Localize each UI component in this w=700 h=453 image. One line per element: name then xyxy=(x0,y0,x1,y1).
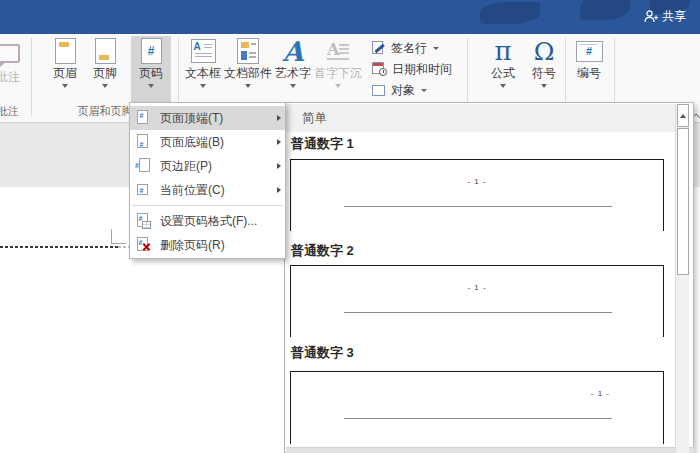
chevron-down-icon xyxy=(290,84,296,88)
menu-item-label: 当前位置(C) xyxy=(160,182,277,199)
wordart-icon: A xyxy=(283,36,304,66)
title-bar: 共享 xyxy=(0,0,700,34)
gallery-bottom-strip xyxy=(286,447,694,453)
menu-item-format-page-numbers[interactable]: # 设置页码格式(F)... xyxy=(130,209,285,233)
gallery-item-plain-number-2[interactable]: - 1 - xyxy=(290,265,664,337)
page-margins-icon: # xyxy=(135,158,151,174)
chevron-down-icon xyxy=(500,84,506,88)
page-number-doc-icon: # xyxy=(141,36,162,66)
remove-page-numbers-icon: # xyxy=(135,237,151,253)
preview-page-number: - 1 - xyxy=(591,389,610,398)
object-button[interactable]: 对象 xyxy=(372,80,427,100)
drop-cap-icon: A xyxy=(327,36,349,66)
titlebar-decoration xyxy=(580,0,630,20)
numbering-label: 编号 xyxy=(577,66,601,80)
equation-button[interactable]: π 公式 xyxy=(484,36,522,102)
drop-cap-label: 首字下沉 xyxy=(314,66,362,80)
menu-item-label: 页边距(P) xyxy=(160,158,277,175)
format-page-numbers-icon: # xyxy=(135,213,151,229)
menu-item-page-bottom[interactable]: # 页面底端(B) xyxy=(130,130,285,154)
chevron-down-icon xyxy=(148,84,154,88)
chevron-down-icon xyxy=(421,89,427,92)
date-time-icon xyxy=(372,62,387,76)
page-top-icon: # xyxy=(135,110,151,126)
preview-page-number: - 1 - xyxy=(467,177,486,186)
preview-page-number: - 1 - xyxy=(467,283,486,292)
submenu-arrow-icon xyxy=(277,163,281,169)
gallery-item-plain-number-1[interactable]: - 1 - xyxy=(290,159,664,231)
signature-line-label: 签名行 xyxy=(391,40,427,57)
group-separator xyxy=(31,38,32,117)
page-number-gallery: 简单 普通数字 1 - 1 - 普通数字 2 - 1 - 普通数字 3 - 1 … xyxy=(284,102,694,453)
share-label: 共享 xyxy=(662,8,686,25)
scrollbar-up-button[interactable] xyxy=(677,104,689,127)
footer-button[interactable]: 页脚 xyxy=(86,36,124,102)
page-number-menu: # 页面顶端(T) # 页面底端(B) # 页边距(P) # 当前位置(C) xyxy=(129,102,286,259)
word-window: 共享 批注 批注 页眉 页脚 # xyxy=(0,0,700,453)
omega-icon: Ω xyxy=(534,36,555,66)
letter-a-glyph: A xyxy=(327,40,339,59)
scrollbar-thumb[interactable] xyxy=(677,128,689,275)
symbol-button[interactable]: Ω 符号 xyxy=(525,36,563,102)
group-label-comments: 批注 xyxy=(0,104,28,119)
date-time-label: 日期和时间 xyxy=(392,61,452,78)
preview-rule-line xyxy=(344,312,612,313)
gallery-item-label: 普通数字 1 xyxy=(291,135,354,153)
equation-label: 公式 xyxy=(491,66,515,80)
signature-line-button[interactable]: 签名行 xyxy=(372,38,439,58)
menu-item-page-margins[interactable]: # 页边距(P) xyxy=(130,154,285,178)
date-time-button[interactable]: 日期和时间 xyxy=(372,59,452,79)
menu-item-remove-page-numbers[interactable]: # 删除页码(R) xyxy=(130,233,285,257)
object-label: 对象 xyxy=(391,82,415,99)
menu-item-current-position[interactable]: # 当前位置(C) xyxy=(130,178,285,202)
text-box-label: 文本框 xyxy=(185,66,221,80)
gallery-item-label: 普通数字 2 xyxy=(291,242,354,260)
page-number-button-label: 页码 xyxy=(139,66,163,80)
letter-a-glyph: A xyxy=(194,41,201,52)
comment-button-label: 批注 xyxy=(0,70,20,84)
share-button[interactable]: 共享 xyxy=(643,8,686,25)
numbering-icon: # xyxy=(576,36,603,66)
menu-separator xyxy=(132,205,283,206)
menu-item-label: 页面底端(B) xyxy=(160,134,277,151)
page-number-button[interactable]: # 页码 xyxy=(131,36,171,102)
symbol-label: 符号 xyxy=(532,66,556,80)
quick-parts-label: 文档部件 xyxy=(224,66,272,80)
comment-button[interactable]: 批注 xyxy=(0,36,26,102)
header-button-label: 页眉 xyxy=(53,66,77,80)
header-boundary-dashed-line xyxy=(0,246,118,248)
pi-icon: π xyxy=(494,36,511,66)
chevron-down-icon xyxy=(335,84,341,88)
hash-glyph: # xyxy=(148,44,155,58)
gallery-item-plain-number-3[interactable]: - 1 - xyxy=(290,371,664,444)
gallery-scrollbar[interactable] xyxy=(675,104,689,453)
text-boundary-corner-mark xyxy=(111,229,126,244)
header-button[interactable]: 页眉 xyxy=(46,36,84,102)
menu-item-page-top[interactable]: # 页面顶端(T) xyxy=(130,106,285,130)
quick-parts-icon xyxy=(237,36,259,66)
wordart-button[interactable]: A 艺术字 xyxy=(271,36,315,102)
object-icon xyxy=(372,84,386,97)
comment-icon xyxy=(0,36,20,70)
submenu-arrow-icon xyxy=(277,187,281,193)
numbering-button[interactable]: # 编号 xyxy=(567,36,611,102)
chevron-down-icon xyxy=(102,84,108,88)
footer-doc-icon xyxy=(95,36,116,66)
header-doc-icon xyxy=(55,36,76,66)
chevron-down-icon xyxy=(541,84,547,88)
menu-item-label: 设置页码格式(F)... xyxy=(160,213,281,230)
menu-item-label: 删除页码(R) xyxy=(160,237,281,254)
preview-rule-line xyxy=(344,206,612,207)
triangle-up-icon xyxy=(680,114,686,118)
hash-glyph: # xyxy=(586,45,592,57)
footer-button-label: 页脚 xyxy=(93,66,117,80)
page-bottom-icon: # xyxy=(135,134,151,150)
signature-line-icon xyxy=(372,41,386,55)
text-box-icon: A xyxy=(191,36,216,66)
text-box-button[interactable]: A 文本框 xyxy=(181,36,225,102)
quick-parts-button[interactable]: 文档部件 xyxy=(222,36,274,102)
chevron-down-icon xyxy=(62,84,68,88)
share-person-icon xyxy=(643,9,658,24)
chevron-down-icon xyxy=(433,47,439,50)
drop-cap-button[interactable]: A 首字下沉 xyxy=(312,36,364,102)
